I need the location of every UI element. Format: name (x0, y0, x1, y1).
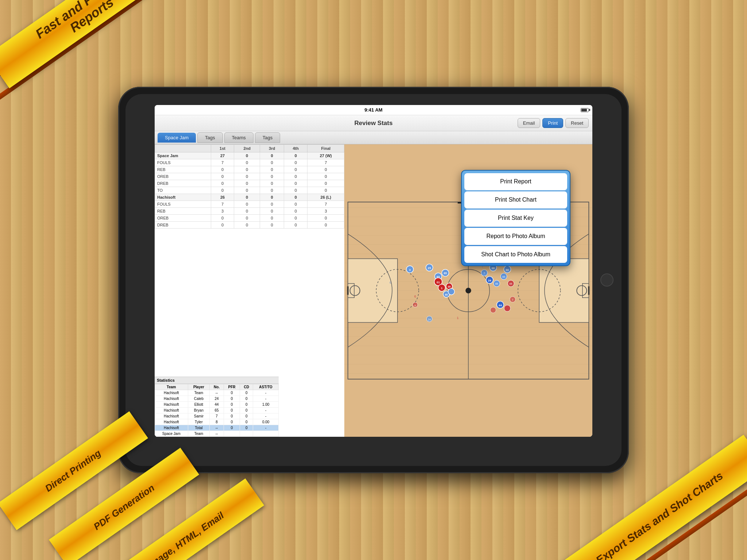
svg-text:6: 6 (414, 295, 416, 298)
print-stat-key-button[interactable]: Print Stat Key (464, 210, 567, 227)
table-row: Space Jam 27 0 0 0 27 (W) (155, 152, 344, 159)
stat-cell: 0 (260, 173, 284, 180)
stat-cell: 0 (211, 180, 234, 187)
svg-text:25: 25 (428, 267, 431, 270)
stat-cell: 0 (211, 215, 234, 222)
stat-pfr: 0 (224, 396, 240, 402)
battery-fill (581, 109, 587, 111)
stat-cell: 7 (307, 201, 344, 208)
print-shot-chart-button[interactable]: Print Shot Chart (464, 191, 567, 209)
stat-name: REB (155, 208, 211, 215)
table-row: Hachisoft 26 0 0 0 26 (L) (155, 194, 344, 201)
col-1st: 1st (211, 145, 234, 152)
player-name: Team (188, 431, 210, 437)
player-no: 7 (210, 413, 224, 419)
svg-text:05: 05 (448, 285, 451, 288)
time-display: 9:41 AM (364, 107, 382, 113)
svg-rect-29 (539, 259, 589, 323)
stat-name: DREB (155, 222, 211, 229)
stat-cell: 0 (284, 159, 307, 166)
table-row: Hachisoft Samir 7 0 0 - (155, 413, 279, 419)
stat-cell: 0 (307, 166, 344, 173)
basketball-court: 3 25 65 65 01 1 05 (344, 144, 592, 437)
col-astto: AST/TO (253, 384, 279, 390)
stat-cd: 0 (240, 413, 253, 419)
stat-pfr: 0 (224, 402, 240, 408)
stat-name: OREB (155, 215, 211, 222)
email-button[interactable]: Email (518, 118, 541, 128)
battery-icon (581, 108, 589, 112)
table-row: REB 3 0 0 0 3 (155, 208, 344, 215)
stat-name: REB (155, 166, 211, 173)
stat-pfr: 0 (224, 390, 240, 396)
stat-cell: 0 (234, 208, 260, 215)
svg-text:6: 6 (390, 281, 391, 284)
nav-title: Review Stats (355, 120, 393, 127)
score-cell: 0 (260, 152, 284, 159)
stat-cd (240, 431, 253, 437)
stat-cell: 0 (260, 201, 284, 208)
score-cell: 27 (211, 152, 234, 159)
player-team: Hachisoft (155, 402, 188, 408)
svg-text:24: 24 (428, 318, 431, 321)
player-team: Hachisoft (155, 396, 188, 402)
stat-cell: 0 (260, 166, 284, 173)
stat-cd: 0 (240, 419, 253, 425)
col-team: Team (155, 384, 188, 390)
player-stats-table: Team Player No. PFR CD AST/TO (155, 384, 279, 437)
table-row: REB 0 0 0 0 0 (155, 166, 344, 173)
stat-cell: 0 (234, 215, 260, 222)
player-name: Team (188, 390, 210, 396)
svg-text:7: 7 (512, 299, 514, 301)
svg-point-51 (448, 288, 454, 295)
tab-teams[interactable]: Teams (224, 132, 253, 143)
tab-tags-2[interactable]: Tags (255, 132, 280, 143)
print-report-button[interactable]: Print Report (464, 173, 567, 190)
stat-astto: - (253, 425, 279, 431)
stat-cd: 0 (240, 396, 253, 402)
stat-cell: 0 (260, 159, 284, 166)
stat-name: DREB (155, 180, 211, 187)
stat-cell: 7 (211, 159, 234, 166)
team-name: Space Jam (155, 152, 211, 159)
table-row: Hachisoft Team -- 0 0 - (155, 390, 279, 396)
table-row: OREB 0 0 0 0 0 (155, 173, 344, 180)
stat-cell: 0 (234, 222, 260, 229)
score-cell: 0 (284, 152, 307, 159)
stat-name: OREB (155, 173, 211, 180)
print-button[interactable]: Print (542, 118, 563, 128)
col-no: No. (210, 384, 224, 390)
col-cd: CD (240, 384, 253, 390)
svg-text:65: 65 (445, 293, 448, 296)
stat-cell: 0 (260, 180, 284, 187)
ipad-bezel: 9:41 AM Review Stats Email Print Reset S… (125, 94, 622, 466)
stat-cell: 0 (284, 166, 307, 173)
score-cell: 0 (260, 194, 284, 201)
stat-cell: 0 (284, 208, 307, 215)
col-final: Final (307, 145, 344, 152)
report-to-photo-album-button[interactable]: Report to Photo Album (464, 228, 567, 245)
tab-space-jam[interactable]: Space Jam (158, 133, 196, 143)
stat-cell: 7 (211, 201, 234, 208)
stat-cell: 0 (211, 187, 234, 194)
stats-table-area: 1st 2nd 3rd 4th Final Space Jam 27 (155, 144, 344, 437)
player-no: -- (210, 425, 224, 431)
shot-chart-to-photo-album-button[interactable]: Shot Chart to Photo Album (464, 246, 567, 263)
table-row: FOULS 7 0 0 0 7 (155, 159, 344, 166)
player-name: Tyler (188, 419, 210, 425)
nav-buttons: Email Print Reset (518, 118, 589, 128)
bottom-stats-panel: Statistics Team Player No. PFR CD AST/TO (155, 377, 279, 437)
reset-button[interactable]: Reset (565, 118, 589, 128)
svg-text:65: 65 (510, 283, 512, 285)
stat-cell: 0 (284, 173, 307, 180)
home-button[interactable] (600, 273, 614, 287)
stat-astto: - (253, 413, 279, 419)
stat-cd: 0 (240, 408, 253, 413)
table-row: DREB 0 0 0 0 0 (155, 180, 344, 187)
svg-point-73 (504, 305, 510, 311)
svg-text:44: 44 (499, 304, 502, 307)
svg-text:3: 3 (409, 268, 411, 272)
tab-tags-1[interactable]: Tags (197, 132, 222, 143)
score-cell: 0 (284, 194, 307, 201)
score-cell: 26 (211, 194, 234, 201)
